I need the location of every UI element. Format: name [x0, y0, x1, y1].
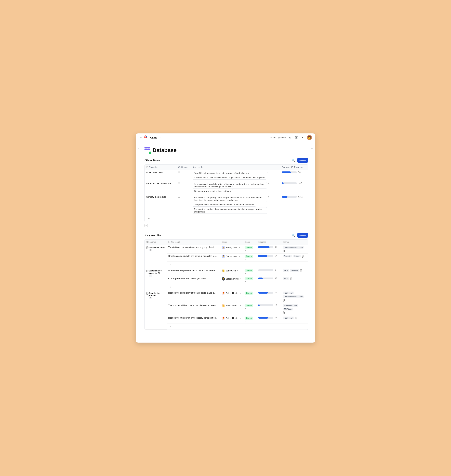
status-dropdown-icon[interactable]: ▾: [245, 308, 246, 310]
kr-driver: 🧑‍🦱 Rocky Moon ▾: [220, 245, 243, 253]
objectives-header: Objectives 🔍 + New: [144, 158, 308, 163]
team-badge: Structured Data: [283, 304, 298, 307]
expand-establish[interactable]: ▾: [268, 182, 269, 184]
page-header: ✓ Database: [144, 147, 308, 153]
progress-drive-close: 74: [280, 170, 308, 181]
objectives-title: Objectives: [144, 159, 160, 162]
guidance-establish: ☰: [176, 181, 191, 194]
kr-progress: 13: [256, 303, 281, 315]
back-button[interactable]: ←: [139, 136, 142, 139]
add-kr-drive-close[interactable]: +: [168, 263, 172, 267]
teams-dropdown-icon[interactable]: ▾: [283, 311, 285, 314]
status-dropdown-icon[interactable]: ▾: [245, 295, 246, 297]
kr-status: Green ▾: [243, 290, 256, 303]
key-results-header: Key results 🔍 + New: [144, 233, 308, 238]
team-badge: SRE: [283, 277, 289, 280]
obj-simplify: Simplify the product: [145, 194, 176, 215]
obj-drive-close: Drive close rates: [145, 170, 176, 181]
sidebar-toggle-right[interactable]: ««: [311, 148, 313, 150]
collapse-establish[interactable]: ▾: [146, 270, 148, 272]
check-badge: ✓: [149, 152, 151, 154]
driver-avatar: 🧔: [222, 277, 225, 280]
driver-dropdown-icon[interactable]: ▾: [239, 247, 240, 248]
table-row: Simplify the product ☰ Reduce the comple…: [145, 194, 308, 215]
add-kr-establish[interactable]: +: [168, 285, 172, 289]
status-dropdown-icon[interactable]: ▾: [245, 258, 246, 260]
objectives-table-wrapper: ☐ Objective Guidance Key results Average…: [144, 164, 308, 222]
status-dropdown-icon[interactable]: ▾: [245, 281, 246, 283]
teams-dropdown-icon[interactable]: ▾: [283, 250, 285, 252]
teams-dropdown-icon[interactable]: ▾: [283, 299, 285, 302]
settings-button[interactable]: ⚙: [288, 135, 292, 140]
kr-table: Objectives ☐ Key result Driver Status Pr…: [145, 240, 308, 330]
share-button[interactable]: Share: [270, 136, 276, 139]
table-row: Reduce the number of unnecessary complex…: [145, 315, 308, 323]
team-badge: Collaboration Features: [283, 246, 304, 249]
expand-simplify[interactable]: ▾: [268, 196, 269, 198]
add-kr-row: +: [145, 284, 308, 290]
col-progress: Progress: [256, 240, 281, 245]
teams-dropdown-icon[interactable]: ▾: [300, 269, 302, 272]
guidance-simplify: ☰: [176, 194, 191, 215]
status-badge: Green: [244, 292, 253, 295]
kr-teams: SRE Security ▾: [281, 268, 308, 276]
kr-status: Green ▾: [243, 276, 256, 284]
guidance-icon: ☰: [178, 182, 180, 185]
sidebar-toggle-left[interactable]: »: [138, 148, 139, 150]
table-row: Create a sales pitch to sell ketchup pop…: [145, 253, 308, 261]
guidance-drive-close: ☰: [176, 170, 191, 181]
col-kr: ☐ Key result: [167, 240, 220, 245]
objectives-new-button[interactable]: + New: [297, 158, 308, 163]
driver-dropdown-icon[interactable]: ▾: [240, 278, 241, 280]
add-kr-row: +: [145, 261, 308, 268]
kr-row-text: Create a sales pitch to sell ketchup pop…: [167, 253, 220, 261]
kr-status: Green ▾: [243, 315, 256, 323]
teams-dropdown-icon[interactable]: ▾: [290, 278, 292, 280]
insert-button[interactable]: ⊞ Insert: [278, 136, 286, 139]
cursor-bar: [149, 224, 149, 227]
collapse-drive-close[interactable]: ▾: [146, 247, 148, 249]
table-row: Our AI-powered robot butlers get hired 🧔…: [145, 276, 308, 284]
objectives-actions: 🔍 + New: [291, 158, 308, 163]
objectives-search-button[interactable]: 🔍: [291, 158, 296, 163]
page-title: OKRs: [150, 136, 157, 139]
expand-drive-close[interactable]: ▾: [267, 171, 268, 173]
status-dropdown-icon[interactable]: ▾: [245, 320, 246, 322]
kr-row-text: Our AI-powered robot butlers get hired: [167, 276, 220, 284]
kr-status: Green ▾: [243, 253, 256, 261]
col-guidance: Guidance: [176, 165, 191, 170]
table-row: Drive close rates ☰ Turn 80% of our sale…: [145, 170, 308, 181]
kr-col-icon: ☐: [168, 241, 170, 243]
driver-dropdown-icon[interactable]: ▾: [240, 305, 241, 307]
table-row: ▾ Drive close rates 2 Turn 80% of our sa…: [145, 245, 308, 253]
comment-button[interactable]: 💬: [294, 135, 299, 140]
page-main-title: Database: [153, 147, 176, 153]
cursor-area[interactable]: +: [144, 224, 308, 227]
add-objective-button[interactable]: +: [146, 216, 151, 221]
add-block-button[interactable]: +: [144, 224, 148, 227]
driver-dropdown-icon[interactable]: ▾: [237, 270, 238, 272]
driver-dropdown-icon[interactable]: ▾: [240, 292, 241, 294]
avatar[interactable]: 👩: [307, 135, 312, 140]
dropdown-button[interactable]: ▾: [301, 135, 305, 140]
kr-new-button[interactable]: + New: [297, 233, 308, 238]
col-teams: Teams: [281, 240, 308, 245]
kr-search-button[interactable]: 🔍: [291, 233, 296, 237]
col-objective: ☐ Objective: [145, 165, 176, 170]
collapse-simplify[interactable]: ▾: [146, 292, 148, 295]
driver-dropdown-icon[interactable]: ▾: [239, 255, 240, 257]
team-badge: API Team: [283, 308, 293, 311]
teams-dropdown-icon[interactable]: ▾: [295, 317, 297, 319]
add-kr-simplify[interactable]: +: [168, 325, 172, 328]
objectives-table: ☐ Objective Guidance Key results Average…: [145, 165, 308, 222]
status-dropdown-icon[interactable]: ▾: [245, 249, 246, 251]
teams-dropdown-icon[interactable]: ▾: [302, 255, 303, 258]
kr-driver: 🧔 Jordan Milner ▾: [220, 276, 243, 284]
add-row: +: [145, 215, 308, 222]
status-dropdown-icon[interactable]: ▾: [245, 273, 246, 274]
driver-dropdown-icon[interactable]: ▾: [240, 317, 241, 319]
objective-col-icon: ☐: [146, 166, 148, 168]
kr-obj-drive-close: ▾ Drive close rates 2: [145, 245, 167, 268]
driver-avatar: 👩‍🦰: [222, 292, 225, 295]
progress-establish: 18.5: [280, 181, 308, 194]
